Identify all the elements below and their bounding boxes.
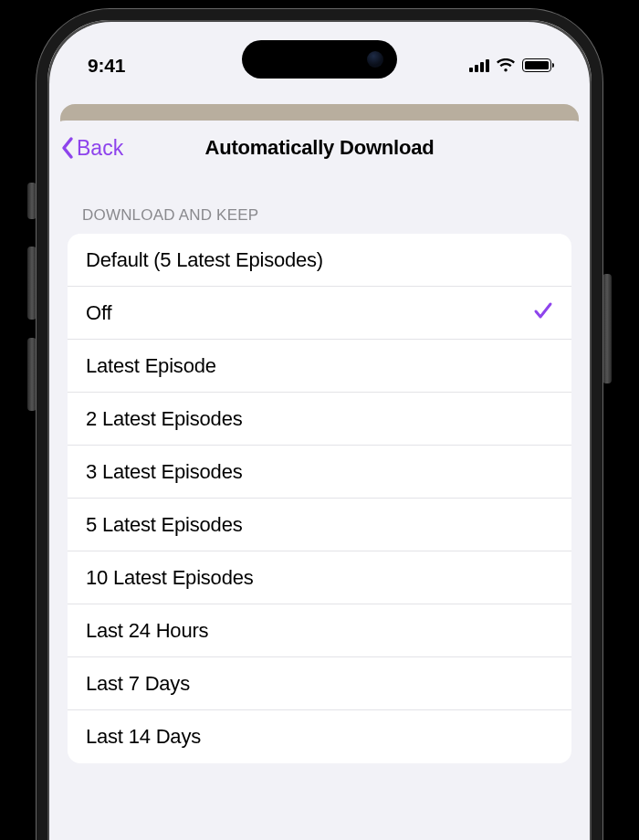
option-label: 5 Latest Episodes <box>86 513 243 537</box>
dynamic-island <box>242 40 397 79</box>
option-10-latest[interactable]: 10 Latest Episodes <box>68 551 571 604</box>
power-button <box>602 274 612 383</box>
option-2-latest[interactable]: 2 Latest Episodes <box>68 393 571 446</box>
back-label: Back <box>77 136 123 161</box>
option-3-latest[interactable]: 3 Latest Episodes <box>68 446 571 499</box>
back-button[interactable]: Back <box>60 121 123 175</box>
option-label: Off <box>86 301 111 325</box>
option-default[interactable]: Default (5 Latest Episodes) <box>68 234 571 287</box>
section-header: DOWNLOAD AND KEEP <box>49 175 590 234</box>
option-check <box>533 300 553 326</box>
option-label: Latest Episode <box>86 354 216 378</box>
option-label: Last 14 Days <box>86 725 201 749</box>
navigation-bar: Back Automatically Download <box>49 121 590 175</box>
option-label: Default (5 Latest Episodes) <box>86 248 323 272</box>
option-label: 10 Latest Episodes <box>86 566 254 590</box>
page-title: Automatically Download <box>204 136 434 160</box>
wifi-icon <box>496 58 516 73</box>
option-off[interactable]: Off <box>68 287 571 340</box>
option-label: 3 Latest Episodes <box>86 460 243 484</box>
checkmark-icon <box>533 300 553 320</box>
option-last-14d[interactable]: Last 14 Days <box>68 710 571 763</box>
volume-up-button <box>27 247 37 320</box>
phone-frame: 9:41 <box>37 9 602 840</box>
option-label: Last 7 Days <box>86 672 190 696</box>
cellular-icon <box>469 59 489 72</box>
option-latest-episode[interactable]: Latest Episode <box>68 340 571 393</box>
option-label: 2 Latest Episodes <box>86 407 243 431</box>
option-last-7d[interactable]: Last 7 Days <box>68 657 571 710</box>
option-label: Last 24 Hours <box>86 619 208 643</box>
option-last-24h[interactable]: Last 24 Hours <box>68 604 571 657</box>
modal-sheet: Back Automatically Download DOWNLOAD AND… <box>49 121 590 840</box>
option-list: Default (5 Latest Episodes) Off Latest E… <box>68 234 571 763</box>
mute-switch <box>27 183 37 219</box>
chevron-left-icon <box>60 136 75 160</box>
volume-down-button <box>27 338 37 411</box>
battery-icon <box>522 58 551 72</box>
status-time: 9:41 <box>88 55 125 77</box>
option-5-latest[interactable]: 5 Latest Episodes <box>68 499 571 551</box>
